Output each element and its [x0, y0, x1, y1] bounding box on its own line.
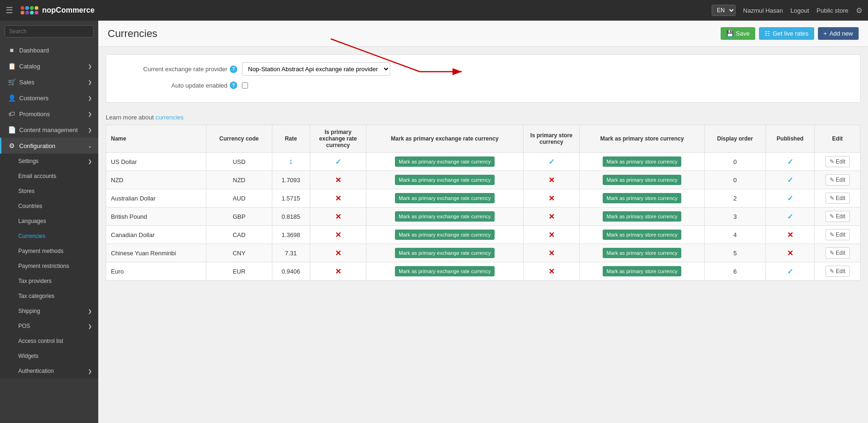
edit-button[interactable]: ✎ Edit — [825, 211, 850, 222]
rate-value: 1.7093 — [282, 177, 300, 184]
sidebar-item-tax-providers[interactable]: Tax providers — [0, 274, 98, 289]
check-false-icon: ✕ — [335, 231, 341, 239]
sidebar-label-shipping: Shipping — [18, 308, 40, 314]
sidebar-item-widgets[interactable]: Widgets — [0, 349, 98, 364]
sidebar-item-email-accounts[interactable]: Email accounts — [0, 169, 98, 184]
cell-display-order: 4 — [705, 226, 766, 244]
mark-store-button[interactable]: Mark as primary store currency — [603, 248, 681, 258]
language-select[interactable]: EN — [712, 5, 736, 16]
mark-store-button[interactable]: Mark as primary store currency — [603, 156, 681, 167]
col-published: Published — [766, 125, 815, 153]
user-name[interactable]: Nazmul Hasan — [743, 7, 783, 14]
cell-rate: 1.3698 — [272, 226, 310, 244]
mark-exchange-button[interactable]: Mark as primary exchange rate currency — [395, 156, 495, 167]
sidebar-item-catalog[interactable]: 📋 Catalog ❯ — [0, 58, 98, 74]
content-chevron-icon: ❯ — [88, 127, 92, 133]
sidebar-label-languages: Languages — [18, 218, 46, 224]
mark-exchange-button[interactable]: Mark as primary exchange rate currency — [395, 175, 495, 185]
main-layout: ■ Dashboard 📋 Catalog ❯ 🛒 Sales ❯ 👤 Cust… — [0, 21, 868, 423]
sidebar-item-languages[interactable]: Languages — [0, 214, 98, 229]
public-store-link[interactable]: Public store — [817, 7, 848, 14]
rate-link[interactable]: 1 — [289, 158, 292, 165]
save-button[interactable]: 💾 Save — [721, 27, 756, 40]
sidebar-item-authentication[interactable]: Authentication ❯ — [0, 364, 98, 378]
sidebar-item-countries[interactable]: Countries — [0, 199, 98, 214]
sidebar-item-customers[interactable]: 👤 Customers ❯ — [0, 90, 98, 106]
sidebar-item-configuration[interactable]: ⚙ Configuration ⌄ — [0, 138, 98, 154]
check-false-icon: ✕ — [548, 267, 554, 275]
provider-help-icon[interactable]: ? — [230, 66, 237, 73]
col-is-primary-exchange: Is primary exchange rate currency — [310, 125, 366, 153]
content-icon: 📄 — [8, 126, 15, 134]
sidebar-item-settings[interactable]: Settings ❯ — [0, 154, 98, 169]
mark-exchange-button[interactable]: Mark as primary exchange rate currency — [395, 193, 495, 203]
sidebar-item-promotions[interactable]: 🏷 Promotions ❯ — [0, 106, 98, 122]
col-mark-store: Mark as primary store currency — [580, 125, 705, 153]
edit-button[interactable]: ✎ Edit — [825, 156, 850, 167]
mark-exchange-button[interactable]: Mark as primary exchange rate currency — [395, 211, 495, 222]
mark-store-button[interactable]: Mark as primary store currency — [603, 230, 681, 240]
sidebar-label-promotions: Promotions — [19, 111, 50, 118]
cell-code: USD — [206, 153, 272, 171]
mark-exchange-button[interactable]: Mark as primary exchange rate currency — [395, 230, 495, 240]
currencies-link[interactable]: currencies — [155, 114, 183, 121]
check-true-icon: ✓ — [787, 176, 793, 184]
rate-value: 7.31 — [285, 250, 297, 257]
edit-button[interactable]: ✎ Edit — [825, 247, 850, 259]
logout-link[interactable]: Logout — [790, 7, 809, 14]
sidebar-item-pos[interactable]: POS ❯ — [0, 319, 98, 334]
check-false-icon: ✕ — [335, 176, 341, 184]
sidebar-label-content: Content management — [19, 126, 78, 134]
edit-button[interactable]: ✎ Edit — [825, 174, 850, 186]
col-edit: Edit — [815, 125, 861, 153]
sidebar-item-payment-methods[interactable]: Payment methods — [0, 244, 98, 259]
cell-edit: ✎ Edit — [815, 189, 861, 208]
sidebar-item-acl[interactable]: Access control list — [0, 334, 98, 349]
sidebar-item-stores[interactable]: Stores — [0, 184, 98, 199]
sidebar-item-sales[interactable]: 🛒 Sales ❯ — [0, 74, 98, 90]
edit-button[interactable]: ✎ Edit — [825, 229, 850, 240]
mark-store-button[interactable]: Mark as primary store currency — [603, 211, 681, 222]
header-row: Name Currency code Rate Is primary excha… — [106, 125, 861, 153]
rate-value: 1.5715 — [282, 195, 300, 202]
customers-chevron-icon: ❯ — [88, 96, 92, 101]
hamburger-icon[interactable]: ☰ — [6, 5, 13, 15]
sidebar-search-container — [0, 21, 98, 42]
rate-value: 0.9406 — [282, 268, 300, 275]
get-live-rates-button[interactable]: ☷ Get live rates — [759, 27, 814, 40]
auto-update-label-text: Auto update enabled — [171, 82, 227, 89]
edit-button[interactable]: ✎ Edit — [825, 266, 850, 277]
sidebar-item-currencies[interactable]: Currencies — [0, 229, 98, 244]
cell-mark-store: Mark as primary store currency — [580, 189, 705, 208]
content-header: Currencies 💾 Save ☷ Get live rates + Add… — [98, 21, 868, 47]
check-false-icon: ✕ — [548, 176, 554, 184]
sidebar-item-dashboard[interactable]: ■ Dashboard — [0, 42, 98, 58]
mark-exchange-button[interactable]: Mark as primary exchange rate currency — [395, 266, 495, 276]
cell-rate: 1 — [272, 153, 310, 171]
search-input[interactable] — [5, 25, 94, 37]
add-icon: + — [824, 30, 827, 37]
auto-update-help-icon[interactable]: ? — [230, 82, 237, 89]
mark-exchange-button[interactable]: Mark as primary exchange rate currency — [395, 248, 495, 258]
sidebar-item-content[interactable]: 📄 Content management ❯ — [0, 122, 98, 138]
promotions-icon: 🏷 — [8, 110, 15, 118]
sidebar-label-sales: Sales — [19, 79, 35, 86]
cell-mark-store: Mark as primary store currency — [580, 171, 705, 189]
mark-store-button[interactable]: Mark as primary store currency — [603, 175, 681, 185]
table-row: NZD NZD 1.7093 ✕ Mark as primary exchang… — [106, 171, 861, 189]
sidebar-item-tax-categories[interactable]: Tax categories — [0, 289, 98, 304]
mark-store-button[interactable]: Mark as primary store currency — [603, 266, 681, 276]
mark-store-button[interactable]: Mark as primary store currency — [603, 193, 681, 203]
edit-button[interactable]: ✎ Edit — [825, 193, 850, 204]
check-true-icon: ✓ — [787, 213, 793, 221]
sidebar-item-payment-restrictions[interactable]: Payment restrictions — [0, 259, 98, 274]
auto-update-label: Auto update enabled ? — [116, 82, 237, 89]
provider-select[interactable]: Nop-Station Abstract Api exchange rate p… — [242, 62, 390, 76]
settings-gear-icon[interactable]: ⚙ — [856, 6, 862, 15]
auto-update-checkbox[interactable] — [242, 82, 248, 89]
add-new-button[interactable]: + Add new — [818, 27, 859, 40]
cell-edit: ✎ Edit — [815, 171, 861, 189]
sidebar-label-tax-providers: Tax providers — [18, 278, 51, 284]
cell-name: Euro — [106, 262, 206, 281]
sidebar-item-shipping[interactable]: Shipping ❯ — [0, 304, 98, 319]
